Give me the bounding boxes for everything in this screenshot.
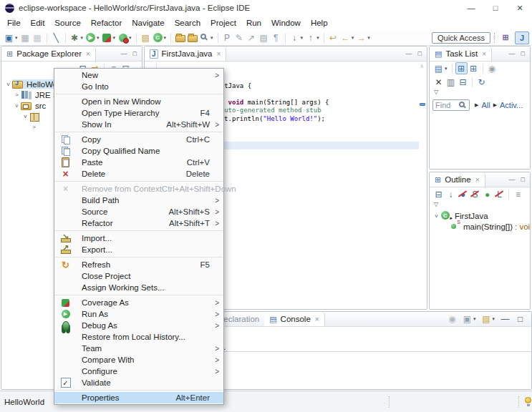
outline-item-main-string-[interactable]: main(String[]) : void <box>430 221 530 232</box>
open-console-icon[interactable]: ▤ <box>480 313 492 325</box>
overview-ruler-marker[interactable] <box>420 103 425 106</box>
tab-console[interactable]: ▤Console× <box>264 312 324 326</box>
tree-expander-icon[interactable]: v <box>4 81 12 87</box>
menubar-item-source[interactable]: Source <box>49 17 85 29</box>
scrollbar-up-icon[interactable]: ∧ <box>420 63 424 69</box>
skip-breakpoints-icon[interactable]: ╲ <box>50 31 62 44</box>
dropdown-arrow-icon[interactable]: ▾ <box>367 35 370 41</box>
dropdown-arrow-icon[interactable]: ▾ <box>316 35 319 41</box>
scheduled-icon[interactable]: ⊞ <box>468 62 480 74</box>
menu-item-copy[interactable]: CopyCtrl+C <box>54 134 223 145</box>
menu-item-copy-qualified-name[interactable]: Copy Qualified Name <box>54 145 223 157</box>
save-icon[interactable]: ▦ <box>19 31 32 44</box>
open-type-icon[interactable]: ↗ <box>246 31 258 44</box>
new-task-icon[interactable]: ▤ <box>432 62 445 74</box>
menubar-item-window[interactable]: Window <box>266 17 306 29</box>
menu-item-configure[interactable]: Configure> <box>54 366 223 377</box>
dropdown-arrow-icon[interactable]: ▾ <box>445 66 448 72</box>
debug-icon[interactable]: ✱ <box>69 31 81 44</box>
tab-task-list[interactable]: ▤ Task List × <box>430 46 492 61</box>
hide-fields-icon[interactable]: ● <box>457 188 469 200</box>
menu-item-show-in[interactable]: Show InAlt+Shift+W> <box>54 119 223 130</box>
maximize-view-icon[interactable]: □ <box>521 176 525 183</box>
tree-expander-icon[interactable]: v <box>13 102 21 109</box>
dropdown-arrow-icon[interactable]: ▾ <box>97 35 100 41</box>
menu-item-refresh[interactable]: RefreshF5 <box>54 259 223 270</box>
back-icon[interactable]: ← <box>339 31 352 44</box>
menubar-item-navigate[interactable]: Navigate <box>127 17 169 29</box>
menu-item-build-path[interactable]: Build Path> <box>54 195 223 206</box>
menu-item-paste[interactable]: PasteCtrl+V <box>54 157 223 168</box>
menu-item-open-in-new-window[interactable]: Open in New Window <box>54 96 223 107</box>
tab-package-explorer[interactable]: ⊞ Package Explorer × <box>1 46 96 61</box>
synchronize-icon[interactable]: ↻ <box>475 76 488 88</box>
categorized-icon[interactable]: ⊞ <box>455 62 468 74</box>
open-perspective-icon[interactable]: ⊞ <box>498 31 513 44</box>
dropdown-arrow-icon[interactable]: ▾ <box>211 35 213 41</box>
new-class-icon[interactable]: C <box>152 31 164 44</box>
outline-item-firstjava[interactable]: vFirstJava <box>430 210 530 221</box>
collapse-all-icon[interactable]: ⊟ <box>432 188 445 200</box>
java-perspective-icon[interactable]: J <box>515 31 529 44</box>
dropdown-arrow-icon[interactable]: ▾ <box>492 316 495 322</box>
dropdown-arrow-icon[interactable]: ▾ <box>15 35 18 41</box>
last-edit-location-icon[interactable]: ↩ <box>327 31 339 44</box>
close-icon[interactable]: × <box>315 315 319 323</box>
next-annotation-icon[interactable]: ↓ <box>289 31 301 44</box>
menu-item-coverage-as[interactable]: Coverage As> <box>54 297 223 308</box>
notification-lightbulb-icon[interactable] <box>525 397 531 403</box>
tree-expander-icon[interactable]: v <box>21 113 29 119</box>
menu-item-delete[interactable]: DeleteDelete <box>54 168 223 180</box>
menu-item-go-into[interactable]: Go Into <box>54 81 223 92</box>
run-icon[interactable]: ▶ <box>84 31 97 44</box>
menubar-item-project[interactable]: Project <box>205 17 241 29</box>
sketch-icon[interactable]: ✎ <box>233 31 246 44</box>
minimize-view-icon[interactable]: — <box>406 50 412 57</box>
tab-firstjava[interactable]: J FirstJava.java × <box>145 46 226 61</box>
menubar-item-edit[interactable]: Edit <box>26 17 50 29</box>
task-list-link-all[interactable]: All <box>481 101 490 109</box>
menu-item-remove-from-context[interactable]: Remove from ContextCtrl+Alt+Shift+Down <box>54 183 223 195</box>
close-icon[interactable]: × <box>86 50 90 58</box>
tree-expander-icon[interactable]: v <box>432 212 440 219</box>
close-icon[interactable]: × <box>217 50 221 58</box>
menu-item-assign-working-sets[interactable]: Assign Working Sets... <box>54 282 223 293</box>
collapse-all-icon[interactable]: ⊟ <box>457 76 469 88</box>
menu-item-close-project[interactable]: Close Project <box>54 270 223 282</box>
hide-static-members-icon[interactable]: S <box>469 188 481 200</box>
minimize-view-icon[interactable]: — <box>121 50 127 57</box>
open-resource-icon[interactable] <box>186 31 198 44</box>
show-whitespace-icon[interactable]: ¶ <box>270 31 282 44</box>
quick-access-box[interactable]: Quick Access <box>432 32 490 44</box>
coverage-icon[interactable] <box>101 31 113 44</box>
minimize-icon[interactable]: — <box>499 313 511 325</box>
menu-item-open-type-hierarchy[interactable]: Open Type HierarchyF4 <box>54 107 223 119</box>
menu-item-compare-with[interactable]: Compare With> <box>54 354 223 366</box>
close-icon[interactable]: × <box>475 176 480 184</box>
minimize-view-icon[interactable]: — <box>509 50 516 57</box>
dropdown-chevron-icon[interactable]: ▽ <box>430 201 530 207</box>
dropdown-arrow-icon[interactable]: ▾ <box>129 35 132 41</box>
menubar-item-refactor[interactable]: Refactor <box>86 17 127 29</box>
menu-item-restore-from-local-history[interactable]: Restore from Local History... <box>54 331 223 343</box>
maximize-view-icon[interactable]: □ <box>521 50 525 57</box>
display-selected-console-icon[interactable]: ▣ <box>461 313 473 325</box>
external-annotations-icon[interactable]: P <box>221 31 233 44</box>
new-java-project-icon[interactable]: ▤ <box>140 31 152 44</box>
dropdown-chevron-icon[interactable]: ▽ <box>430 89 530 95</box>
search-icon[interactable] <box>198 31 211 44</box>
dropdown-arrow-icon[interactable]: ▾ <box>113 35 116 41</box>
menubar-item-file[interactable]: File <box>2 17 26 29</box>
dropdown-arrow-icon[interactable]: ▾ <box>301 35 304 41</box>
tree-expander-icon[interactable]: > <box>13 92 21 98</box>
show-selected-element-icon[interactable]: ▤ <box>258 31 270 44</box>
pin-console-icon[interactable]: ◉ <box>446 313 458 325</box>
maximize-view-icon[interactable]: □ <box>133 50 137 57</box>
dropdown-arrow-icon[interactable]: ▾ <box>473 316 476 322</box>
hide-non-public-icon[interactable]: ● <box>481 188 493 200</box>
sort-icon[interactable]: ↓ <box>445 188 457 200</box>
menu-item-run-as[interactable]: Run As> <box>54 308 223 320</box>
maximize-icon[interactable]: □ <box>514 313 526 325</box>
task-list-link-activ[interactable]: Activ... <box>500 101 523 109</box>
view-menu-icon[interactable]: ≡ <box>512 188 524 200</box>
